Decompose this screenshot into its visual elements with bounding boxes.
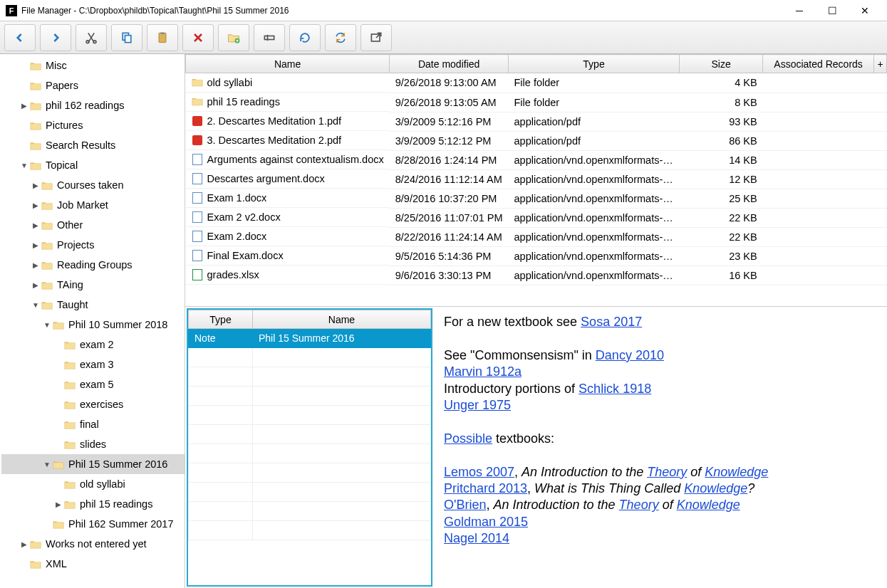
file-row[interactable]: 2. Descartes Meditation 1.pdf3/9/2009 5:… [186,112,887,131]
tree-item[interactable]: ▼Taught [1,295,185,315]
col-assoc[interactable]: Associated Records [763,55,874,73]
record-row-empty[interactable] [189,387,431,406]
link-sosa-2017[interactable]: Sosa 2017 [581,315,642,329]
record-row-empty[interactable] [189,444,431,463]
chevron-down-icon[interactable]: ▼ [41,461,53,468]
file-row[interactable]: Exam 1.docx8/9/2016 10:37:20 PMapplicati… [186,189,887,208]
open-external-button[interactable] [360,24,392,51]
chevron-right-icon[interactable]: ▶ [30,182,41,189]
col-add[interactable]: + [874,55,887,73]
tree-item[interactable]: XML [1,554,185,574]
link-dancy-2010[interactable]: Dancy 2010 [596,348,664,362]
tree-item[interactable]: exercises [1,394,185,414]
tree-item[interactable]: slides [1,434,185,454]
link-pritchard-2013[interactable]: Pritchard 2013 [444,481,527,495]
tree-item[interactable]: ▶Courses taken [1,175,185,195]
tree-item[interactable]: ▼Phil 10 Summer 2018 [1,315,185,335]
refresh-button[interactable] [289,24,321,51]
records-panel[interactable]: Type Name NotePhil 15 Summer 2016 [187,308,432,587]
col-size[interactable]: Size [680,55,763,73]
file-row[interactable]: Arguments against contextualism.docx8/28… [186,150,887,169]
link-nagel-2014[interactable]: Nagel 2014 [444,531,509,545]
link-schlick-1918[interactable]: Schlick 1918 [579,382,651,396]
file-row[interactable]: old syllabi9/26/2018 9:13:00 AMFile fold… [186,73,887,93]
close-button[interactable]: ✕ [849,0,881,21]
col-date[interactable]: Date modified [390,55,509,73]
paste-button[interactable] [147,24,178,51]
link-knowledge[interactable]: Knowledge [677,498,740,512]
tree-item[interactable]: ▼Topical [1,155,185,175]
rename-button[interactable] [254,24,285,51]
tree-item[interactable]: Phil 162 Summer 2017 [1,514,185,534]
tree-item[interactable]: exam 5 [1,374,185,394]
record-row[interactable]: NotePhil 15 Summer 2016 [189,329,431,348]
file-row[interactable]: phil 15 readings9/26/2018 9:13:05 AMFile… [186,93,887,112]
record-row-empty[interactable] [189,463,431,483]
file-row[interactable]: 3. Descartes Meditation 2.pdf3/9/2009 5:… [186,131,887,150]
chevron-right-icon[interactable]: ▶ [19,540,30,548]
tree-item[interactable]: ▶Projects [1,235,185,255]
record-row-empty[interactable] [189,483,431,502]
tree-item[interactable]: exam 2 [1,335,185,355]
col-name[interactable]: Name [186,55,390,73]
tree-item[interactable]: Misc [1,56,185,75]
link-theory[interactable]: Theory [647,465,687,479]
link-marvin-1912a[interactable]: Marvin 1912a [444,364,522,379]
tree-item[interactable]: ▼Phil 15 Summer 2016 [1,454,185,474]
chevron-right-icon[interactable]: ▶ [53,500,64,508]
link-obrien[interactable]: O'Brien [444,498,486,512]
maximize-button[interactable]: ☐ [816,0,849,21]
link-lemos-2007[interactable]: Lemos 2007 [444,465,514,479]
tree-item[interactable]: final [1,414,185,434]
tree-item[interactable]: ▶Job Market [1,195,185,215]
delete-button[interactable] [182,24,214,51]
tree-item[interactable]: Search Results [1,135,185,155]
chevron-down-icon[interactable]: ▼ [41,321,53,329]
tree-item[interactable]: ▶TAing [1,275,185,295]
file-row[interactable]: Exam 2 v2.docx8/25/2016 11:07:01 PMappli… [186,208,887,227]
record-row-empty[interactable] [189,367,431,387]
back-button[interactable] [4,24,36,51]
record-row-empty[interactable] [189,521,431,540]
note-content[interactable]: For a new textbook see Sosa 2017 See "Co… [434,307,887,588]
folder-tree[interactable]: MiscPapers▶phil 162 readingsPicturesSear… [0,54,185,588]
file-row[interactable]: Exam 2.docx8/22/2016 11:24:14 AMapplicat… [186,227,887,246]
refresh-all-button[interactable] [325,24,356,51]
tree-item[interactable]: ▶phil 162 readings [1,95,185,115]
tree-item[interactable]: Papers [1,75,185,95]
link-theory[interactable]: Theory [619,498,659,512]
tree-item[interactable]: ▶phil 15 readings [1,494,185,514]
chevron-right-icon[interactable]: ▶ [19,102,30,110]
file-row[interactable]: grades.xlsx9/6/2016 3:30:13 PMapplicatio… [186,266,887,285]
record-row-empty[interactable] [189,406,431,425]
tree-item[interactable]: old syllabi [1,474,185,494]
tree-item[interactable]: Pictures [1,115,185,135]
copy-button[interactable] [111,24,142,51]
new-folder-button[interactable] [218,24,249,51]
chevron-right-icon[interactable]: ▶ [30,281,41,289]
tree-item[interactable]: ▶Other [1,215,185,235]
cut-button[interactable] [76,24,107,51]
record-row-empty[interactable] [189,348,431,367]
minimize-button[interactable]: ─ [783,0,816,21]
record-row-empty[interactable] [189,425,431,444]
file-row[interactable]: Final Exam.docx9/5/2016 5:14:36 PMapplic… [186,246,887,266]
tree-item[interactable]: exam 3 [1,355,185,374]
link-unger-1975[interactable]: Unger 1975 [444,398,511,412]
tree-item[interactable]: ▶Reading Groups [1,255,185,275]
chevron-down-icon[interactable]: ▼ [19,162,30,169]
chevron-right-icon[interactable]: ▶ [30,261,41,269]
chevron-right-icon[interactable]: ▶ [30,241,41,249]
rec-col-type[interactable]: Type [189,310,253,329]
chevron-down-icon[interactable]: ▼ [30,301,41,309]
record-row-empty[interactable] [189,502,431,521]
file-row[interactable]: Descartes argument.docx8/24/2016 11:12:1… [186,169,887,189]
rec-col-name[interactable]: Name [253,310,431,329]
link-knowledge[interactable]: Knowledge [684,481,747,495]
tree-item[interactable]: ▶Works not entered yet [1,534,185,554]
link-possible[interactable]: Possible [444,431,492,446]
chevron-right-icon[interactable]: ▶ [30,221,41,229]
forward-button[interactable] [40,24,71,51]
col-type[interactable]: Type [509,55,680,73]
file-list[interactable]: Name Date modified Type Size Associated … [185,54,887,307]
